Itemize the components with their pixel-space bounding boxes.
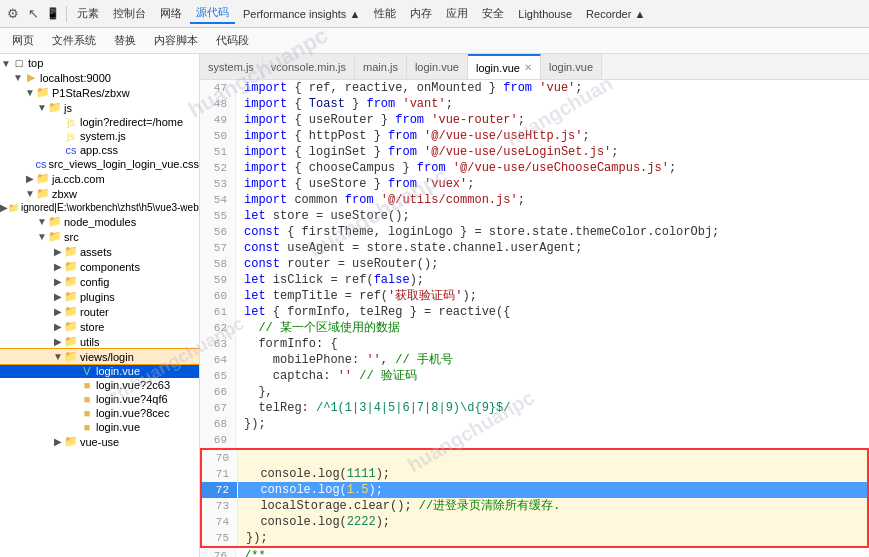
separator	[66, 6, 67, 22]
tab-network[interactable]: 网络	[154, 4, 188, 23]
line-content: // 某一个区域使用的数据	[236, 320, 400, 336]
tree-item-assets[interactable]: 📁 assets	[0, 244, 199, 259]
line-number: 48	[200, 96, 236, 112]
line-content: });	[236, 416, 266, 432]
mobile-icon[interactable]: 📱	[44, 5, 62, 23]
tab-memory[interactable]: 内存	[404, 4, 438, 23]
tree-item-utils[interactable]: 📁 utils	[0, 334, 199, 349]
sub-tab-webpage[interactable]: 网页	[4, 31, 42, 50]
line-number: 54	[200, 192, 236, 208]
line-content: const router = useRouter();	[236, 256, 438, 272]
tree-item-login-vue-4qf6[interactable]: ■ login.vue?4qf6	[0, 392, 199, 406]
tree-item-store[interactable]: 📁 store	[0, 319, 199, 334]
line-number: 76	[200, 548, 236, 557]
tree-arrow	[52, 436, 64, 447]
line-number: 52	[200, 160, 236, 176]
line-number: 60	[200, 288, 236, 304]
tab-login-vue-3[interactable]: login.vue	[541, 54, 602, 80]
tree-item-config[interactable]: 📁 config	[0, 274, 199, 289]
line-content: localStorage.clear(); //进登录页清除所有缓存.	[238, 498, 560, 514]
tree-label: login.vue	[96, 365, 140, 377]
tree-item-system-js[interactable]: js system.js	[0, 129, 199, 143]
tree-arrow	[36, 231, 48, 242]
tree-item-ja-ccb[interactable]: 📁 ja.ccb.com	[0, 171, 199, 186]
code-line-58: 58 const router = useRouter();	[200, 256, 869, 272]
tree-item-node-modules[interactable]: 📁 node_modules	[0, 214, 199, 229]
tree-item-login-vue-2[interactable]: ■ login.vue	[0, 420, 199, 434]
tree-label: localhost:9000	[40, 72, 111, 84]
line-number: 55	[200, 208, 236, 224]
tab-sources[interactable]: 源代码	[190, 3, 235, 24]
tree-item-src[interactable]: 📁 src	[0, 229, 199, 244]
sub-tab-overrides[interactable]: 替换	[106, 31, 144, 50]
tab-security[interactable]: 安全	[476, 4, 510, 23]
tree-item-app-css[interactable]: cs app.css	[0, 143, 199, 157]
code-line-56: 56 const { firstTheme, loginLogo } = sto…	[200, 224, 869, 240]
code-area[interactable]: 47 import { ref, reactive, onMounted } f…	[200, 80, 869, 557]
tree-item-ignored[interactable]: 📁 ignored|E:\workbench\zhst\h5\vue3-webp…	[0, 201, 199, 214]
code-line-72: 72 console.log(1.5);	[202, 482, 867, 498]
line-number: 49	[200, 112, 236, 128]
code-line-51: 51 import { loginSet } from '@/vue-use/u…	[200, 144, 869, 160]
tree-arrow	[0, 202, 8, 213]
sub-tab-content-scripts[interactable]: 内容脚本	[146, 31, 206, 50]
tree-item-js[interactable]: 📁 js	[0, 100, 199, 115]
file-tree: □ top ▶ localhost:9000 📁 P1StaRes/zbxw	[0, 54, 200, 557]
tree-item-vue-use[interactable]: 📁 vue-use	[0, 434, 199, 449]
line-content: const useAgent = store.state.channel.use…	[236, 240, 582, 256]
line-number: 66	[200, 384, 236, 400]
tree-item-localhost[interactable]: ▶ localhost:9000	[0, 70, 199, 85]
devtools-icon[interactable]: ⚙	[4, 5, 22, 23]
tab-elements[interactable]: 元素	[71, 4, 105, 23]
tree-item-login-vue-selected[interactable]: V login.vue	[0, 364, 199, 378]
sub-tab-snippets[interactable]: 代码段	[208, 31, 257, 50]
tab-performance[interactable]: 性能	[368, 4, 402, 23]
line-content: import { useStore } from 'vuex';	[236, 176, 474, 192]
tree-item-components[interactable]: 📁 components	[0, 259, 199, 274]
sub-tab-filesystem[interactable]: 文件系统	[44, 31, 104, 50]
tree-item-views-login[interactable]: 📁 views/login	[0, 349, 199, 364]
tab-application[interactable]: 应用	[440, 4, 474, 23]
tab-console[interactable]: 控制台	[107, 4, 152, 23]
tab-performance-insights[interactable]: Performance insights ▲	[237, 6, 366, 22]
line-number: 62	[200, 320, 236, 336]
sub-toolbar: 网页 文件系统 替换 内容脚本 代码段	[0, 28, 869, 54]
folder-icon: 📁	[64, 275, 78, 288]
line-number: 57	[200, 240, 236, 256]
tree-item-zbxw[interactable]: 📁 zbxw	[0, 186, 199, 201]
line-content: });	[238, 530, 268, 546]
tab-main-js[interactable]: main.js	[355, 54, 407, 80]
tree-item-top[interactable]: □ top	[0, 56, 199, 70]
tab-lighthouse[interactable]: Lighthouse	[512, 6, 578, 22]
tab-close-button[interactable]: ✕	[524, 62, 532, 73]
code-line-63: 63 formInfo: {	[200, 336, 869, 352]
tree-arrow	[0, 58, 12, 69]
code-line-55: 55 let store = useStore();	[200, 208, 869, 224]
tab-vconsole[interactable]: vconsole.min.js	[263, 54, 355, 80]
main-area: □ top ▶ localhost:9000 📁 P1StaRes/zbxw	[0, 54, 869, 557]
tree-arrow	[52, 276, 64, 287]
tree-item-p1stares[interactable]: 📁 P1StaRes/zbxw	[0, 85, 199, 100]
css-icon: cs	[36, 158, 47, 170]
tab-label: vconsole.min.js	[271, 61, 346, 73]
line-content: let tempTitle = ref('获取验证码');	[236, 288, 477, 304]
line-content: captcha: '' // 验证码	[236, 368, 417, 384]
tree-item-login-vue-8cec[interactable]: ■ login.vue?8cec	[0, 406, 199, 420]
tree-item-router[interactable]: 📁 router	[0, 304, 199, 319]
line-number: 70	[202, 450, 238, 466]
line-content: mobilePhone: '', // 手机号	[236, 352, 453, 368]
folder-icon: 📁	[48, 215, 62, 228]
tab-label: login.vue	[549, 61, 593, 73]
tab-label: system.js	[208, 61, 254, 73]
tab-login-vue-1[interactable]: login.vue	[407, 54, 468, 80]
tree-item-plugins[interactable]: 📁 plugins	[0, 289, 199, 304]
tree-item-login-vue-2c63[interactable]: ■ login.vue?2c63	[0, 378, 199, 392]
tab-system-js[interactable]: system.js	[200, 54, 263, 80]
tab-recorder[interactable]: Recorder ▲	[580, 6, 651, 22]
tree-item-src-views-login-css[interactable]: cs src_views_login_login_vue.css	[0, 157, 199, 171]
line-number: 47	[200, 80, 236, 96]
tab-login-vue-active[interactable]: login.vue ✕	[468, 54, 541, 80]
tree-arrow	[52, 321, 64, 332]
tree-item-login-redirect[interactable]: js login?redirect=/home	[0, 115, 199, 129]
cursor-icon[interactable]: ↖	[24, 5, 42, 23]
